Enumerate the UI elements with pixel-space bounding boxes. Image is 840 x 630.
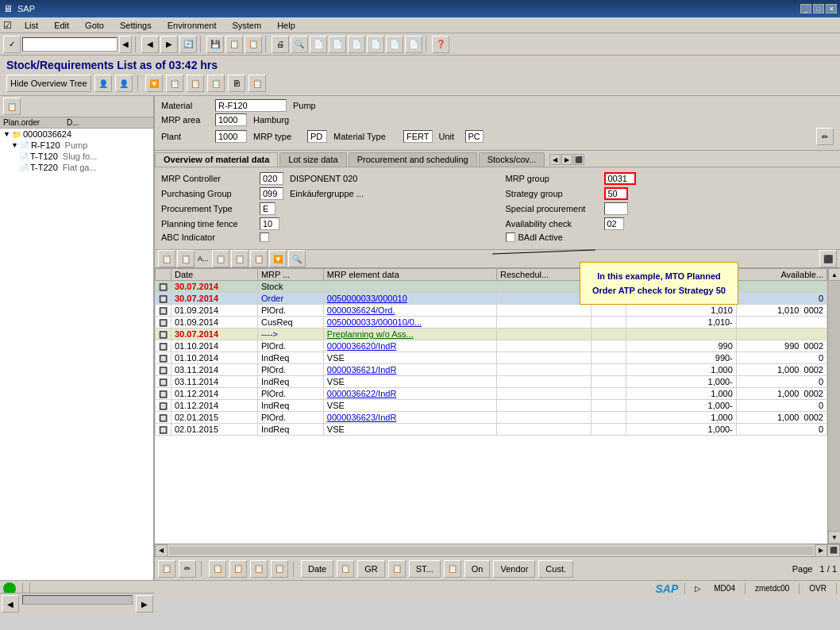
data-table[interactable]: Date MRP ... MRP element data Reschedul.… xyxy=(155,268,827,544)
gr-button[interactable]: GR xyxy=(357,560,385,578)
scroll-track[interactable] xyxy=(828,281,840,531)
table-expand[interactable]: ⬛ xyxy=(819,250,837,267)
tool-10[interactable]: 📄 xyxy=(367,36,384,53)
st-button[interactable]: ST... xyxy=(409,560,441,578)
order-link-2[interactable]: 0050000033/000010 xyxy=(327,294,407,303)
bt-1[interactable]: 📋 xyxy=(158,560,175,578)
cell-e-9 xyxy=(591,376,626,388)
abc-indicator-checkbox[interactable] xyxy=(260,232,269,242)
tab-next[interactable]: ▶ xyxy=(561,154,572,165)
enter-button[interactable]: ◀ xyxy=(119,36,132,53)
btsep2 xyxy=(293,561,296,577)
table-tool-2[interactable]: 📋 xyxy=(177,250,195,267)
plord-link-6[interactable]: 0000036620/IndR xyxy=(327,341,396,351)
vertical-scrollbar[interactable]: ▲ ▼ xyxy=(827,268,840,544)
bt-3[interactable]: 📋 xyxy=(209,560,226,578)
cusreq-link-4[interactable]: 0050000033/000010/0... xyxy=(327,317,422,327)
table-expand-btn[interactable]: ⬛ xyxy=(827,544,840,557)
tree-tool-1[interactable]: 📋 xyxy=(3,98,21,115)
tool-12[interactable]: 📄 xyxy=(405,36,422,53)
tool-7[interactable]: 📄 xyxy=(310,36,327,53)
bt-6[interactable]: 📋 xyxy=(271,560,288,578)
plord-link-8[interactable]: 0000036621/IndR xyxy=(327,365,396,375)
hscroll-track[interactable] xyxy=(169,547,813,555)
cell-e-6 xyxy=(591,340,626,352)
bt-4[interactable]: 📋 xyxy=(229,560,247,578)
table-sort[interactable]: 🔽 xyxy=(269,250,287,267)
close-button[interactable]: ✕ xyxy=(826,4,837,13)
filter-btn[interactable]: 🔽 xyxy=(145,75,163,92)
table-tool-1[interactable]: 📋 xyxy=(158,250,175,267)
table-filter[interactable]: 🔍 xyxy=(288,250,306,267)
back-button[interactable]: ✓ xyxy=(3,36,21,53)
badi-active-checkbox[interactable] xyxy=(506,232,515,242)
icon-1[interactable]: 👤 xyxy=(94,75,112,92)
icon-7[interactable]: 📋 xyxy=(249,75,266,92)
cust-button[interactable]: Cust. xyxy=(538,560,573,578)
tool-8[interactable]: 📄 xyxy=(329,36,346,53)
tab-end[interactable]: ⬛ xyxy=(573,154,584,165)
tree-item-2[interactable]: 📄 T-T120 Slug fo... xyxy=(0,151,153,162)
next-screen[interactable]: ▶ xyxy=(160,36,178,53)
help-btn[interactable]: ❓ xyxy=(432,36,449,53)
date-button[interactable]: Date xyxy=(301,560,333,578)
horizontal-scrollbar[interactable]: ◀ ▶ ⬛ xyxy=(155,544,840,556)
prev-screen[interactable]: ◀ xyxy=(141,36,159,53)
table-tool-4[interactable]: 📋 xyxy=(231,250,249,267)
vendor-button[interactable]: Vendor xyxy=(493,560,535,578)
icon-2[interactable]: 👤 xyxy=(115,75,133,92)
menu-list[interactable]: List xyxy=(21,20,41,31)
icon-6[interactable]: 🖹 xyxy=(228,75,245,92)
shortcut-2[interactable]: 📋 xyxy=(245,36,262,53)
tool-11[interactable]: 📄 xyxy=(386,36,403,53)
command-field[interactable] xyxy=(22,37,118,52)
edit-button[interactable]: ✏ xyxy=(816,128,834,145)
hide-tree-button[interactable]: Hide Overview Tree xyxy=(6,75,91,92)
plord-link-3[interactable]: 0000036624/Ord. xyxy=(327,305,395,315)
tree-item-0[interactable]: ▼ 📁 0000036624 xyxy=(0,129,153,140)
table-tool-3[interactable]: 📋 xyxy=(212,250,229,267)
bt-8[interactable]: 📋 xyxy=(388,560,406,578)
bt-5[interactable]: 📋 xyxy=(250,560,268,578)
tab-prev[interactable]: ◀ xyxy=(549,154,561,165)
print-btn[interactable]: 🖨 xyxy=(272,36,289,53)
menu-system[interactable]: System xyxy=(229,20,264,31)
bt-2[interactable]: ✏ xyxy=(179,560,196,578)
scroll-up[interactable]: ▲ xyxy=(828,268,840,281)
abc-indicator-label: ABC Indicator xyxy=(161,232,256,242)
tab-stocks[interactable]: Stocks/cov... xyxy=(479,152,545,167)
hscroll-right[interactable]: ▶ xyxy=(815,544,827,557)
scroll-down[interactable]: ▼ xyxy=(828,531,840,544)
on-button[interactable]: On xyxy=(464,560,491,578)
save-btn[interactable]: 💾 xyxy=(206,36,224,53)
table-tool-5[interactable]: 📋 xyxy=(250,250,268,267)
bt-7[interactable]: 📋 xyxy=(337,560,354,578)
tab-overview[interactable]: Overview of material data xyxy=(155,152,278,167)
tool-9[interactable]: 📄 xyxy=(348,36,365,53)
menu-help[interactable]: Help xyxy=(274,20,299,31)
plord-link-12[interactable]: 0000036623/IndR xyxy=(327,413,396,422)
plord-link-10[interactable]: 0000036622/IndR xyxy=(327,389,396,398)
maximize-button[interactable]: □ xyxy=(813,4,824,13)
menu-edit[interactable]: Edit xyxy=(51,20,72,31)
minimize-button[interactable]: _ xyxy=(800,4,811,13)
icon-5[interactable]: 📋 xyxy=(207,75,225,92)
bt-9[interactable]: 📋 xyxy=(444,560,461,578)
icon-3[interactable]: 📋 xyxy=(166,75,183,92)
status-sep-3 xyxy=(684,583,685,594)
tree-item-3[interactable]: 📄 T-T220 Flat ga... xyxy=(0,162,153,173)
menu-goto[interactable]: Goto xyxy=(82,20,107,31)
cell-avail-8: 1,000 0002 xyxy=(736,364,827,376)
cell-resch-3 xyxy=(497,305,591,317)
tab-lotsize[interactable]: Lot size data xyxy=(279,152,346,167)
hscroll-left[interactable]: ◀ xyxy=(155,544,168,557)
refresh[interactable]: 🔄 xyxy=(179,36,197,53)
menu-environment[interactable]: Environment xyxy=(164,20,220,31)
tab-procurement[interactable]: Procurement and scheduling xyxy=(349,152,477,167)
preplan-link-5[interactable]: Preplanning w/o Ass... xyxy=(327,329,414,339)
shortcut-1[interactable]: 📋 xyxy=(225,36,243,53)
tree-item-1[interactable]: ▼ 📄 R-F120 Pump xyxy=(0,140,153,151)
icon-4[interactable]: 📋 xyxy=(187,75,204,92)
find-btn[interactable]: 🔍 xyxy=(291,36,308,53)
menu-settings[interactable]: Settings xyxy=(117,20,155,31)
